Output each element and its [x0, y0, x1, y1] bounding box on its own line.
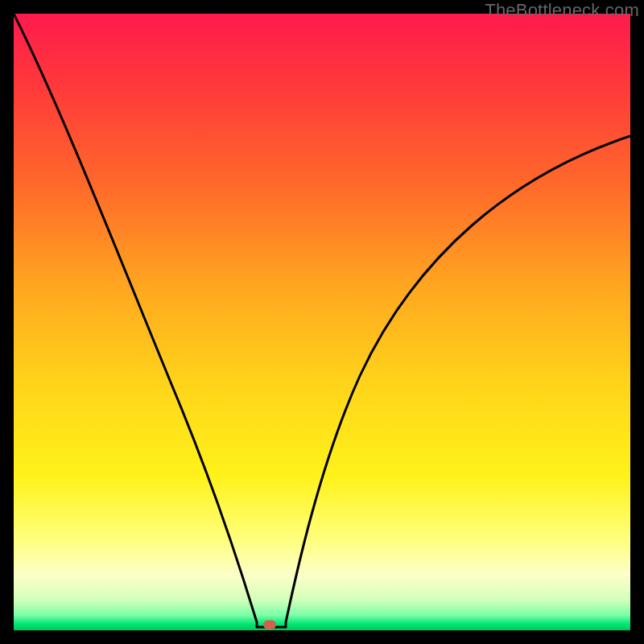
watermark-text: TheBottleneck.com — [485, 0, 639, 21]
curve-path — [14, 14, 630, 627]
optimal-point-marker — [263, 621, 276, 630]
bottleneck-curve — [14, 14, 630, 630]
